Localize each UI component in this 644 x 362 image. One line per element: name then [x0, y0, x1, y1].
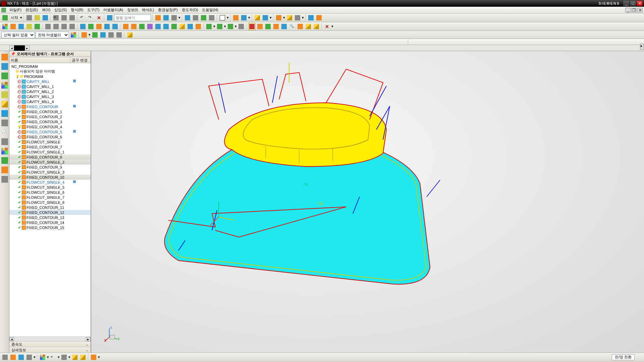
- bb-btn-1[interactable]: [1, 354, 9, 361]
- cam-btn-6[interactable]: [44, 23, 52, 30]
- footer-dependency[interactable]: 종속도⌄: [9, 341, 91, 347]
- tree-operation[interactable]: ⦸FIXED_CONTOUR: [9, 104, 91, 109]
- cam-btn-17[interactable]: [138, 23, 146, 30]
- cam-btn-27[interactable]: [227, 23, 234, 30]
- cam-btn-3[interactable]: [17, 23, 25, 30]
- sel-btn-4[interactable]: [99, 31, 107, 39]
- cam-btn-33[interactable]: [280, 23, 288, 30]
- tree-operation[interactable]: ⦸FIXED_CONTOUR_6: [9, 134, 91, 139]
- tree-operation[interactable]: ✔FLOWCUT_SINGLE_3: [9, 170, 91, 175]
- rail-hd3d-icon[interactable]: [1, 91, 8, 98]
- tb-btn-a1[interactable]: [154, 14, 162, 21]
- tb-btn-d1[interactable]: [275, 14, 282, 21]
- tb-btn-c1[interactable]: [254, 14, 261, 21]
- cam-btn-19[interactable]: [154, 23, 162, 30]
- rail-people-icon[interactable]: [1, 167, 8, 173]
- cam-btn-14[interactable]: [111, 23, 119, 30]
- tabs-scroll-right-button[interactable]: ▸: [25, 46, 30, 50]
- cam-btn-22[interactable]: [178, 23, 186, 30]
- tb-btn-b2[interactable]: [240, 14, 248, 21]
- paste-button[interactable]: [68, 14, 76, 21]
- rail-reuse-icon[interactable]: [1, 82, 8, 89]
- menu-view[interactable]: 뷰(V): [40, 7, 53, 13]
- minimize-button[interactable]: _: [623, 1, 629, 6]
- menu-window[interactable]: 윈도우(O): [180, 7, 200, 13]
- tree-operation[interactable]: ✔FLOWCUT_SINGLE_5: [9, 185, 91, 190]
- tree-unused[interactable]: 📁 사용되지 않은 아이템: [9, 69, 91, 74]
- tb-btn-a5[interactable]: [192, 14, 199, 21]
- sel-btn-3[interactable]: [91, 31, 99, 39]
- new-button[interactable]: [25, 14, 33, 21]
- cam-btn-28[interactable]: [237, 23, 245, 30]
- cam-btn-15[interactable]: [122, 23, 129, 30]
- tree-operation[interactable]: ⦸CAVITY_MILL_1: [9, 84, 91, 89]
- bb-btn-9[interactable]: [79, 354, 87, 361]
- cam-btn-30[interactable]: [256, 23, 264, 30]
- hscroll-left-button[interactable]: ◂: [9, 337, 14, 341]
- tb-btn-b1[interactable]: [232, 14, 239, 21]
- mdi-minimize-button[interactable]: _: [625, 8, 631, 12]
- tb-btn-a2[interactable]: [162, 14, 170, 21]
- open-button[interactable]: [34, 14, 41, 21]
- tb-btn-d3[interactable]: [294, 14, 301, 21]
- cam-btn-13[interactable]: [103, 23, 111, 30]
- tb-btn-c2[interactable]: [262, 14, 269, 21]
- menu-analysis[interactable]: 해석(L): [140, 7, 156, 13]
- cam-btn-26[interactable]: [216, 23, 223, 30]
- tree-root[interactable]: NC_PROGRAM: [9, 64, 91, 69]
- right-thin-handle[interactable]: ▾: [640, 44, 644, 50]
- tb-btn-d2[interactable]: [286, 14, 293, 21]
- delete-button[interactable]: ✕: [95, 14, 103, 21]
- cam-btn-37[interactable]: [313, 23, 320, 30]
- close-button[interactable]: ✕: [637, 1, 643, 6]
- mdi-restore-button[interactable]: ❐: [631, 8, 637, 12]
- rail-trash-icon[interactable]: [1, 176, 8, 183]
- tree-operation[interactable]: ✔FIXED_CONTOUR_15: [9, 225, 91, 230]
- tree-operation[interactable]: ⦸CAVITY_MILL: [9, 79, 91, 84]
- tabs-scroll-left-button[interactable]: ◂: [9, 46, 14, 50]
- cam-btn-35[interactable]: [297, 23, 304, 30]
- render-style-button[interactable]: [219, 14, 226, 21]
- rail-machine-tool-icon[interactable]: [1, 73, 8, 79]
- col-tool-change[interactable]: 공구 변경: [70, 57, 91, 63]
- cancel-button[interactable]: ✕: [323, 23, 331, 30]
- mdi-close-button[interactable]: ✕: [637, 8, 643, 12]
- save-button[interactable]: [42, 14, 49, 21]
- bb-btn-10[interactable]: [90, 354, 97, 361]
- sel-btn-7[interactable]: [126, 31, 133, 39]
- rail-internet-icon[interactable]: 🌐: [1, 110, 8, 117]
- cam-btn-34[interactable]: 🔍: [288, 23, 296, 30]
- cam-btn-20[interactable]: [162, 23, 170, 30]
- tree-operation[interactable]: ✔FIXED_CONTOUR_14: [9, 220, 91, 225]
- tree-operation[interactable]: ✔FLOWCUT_SINGLE_4: [9, 180, 91, 185]
- menu-file[interactable]: 파일(F): [7, 7, 23, 13]
- maximize-button[interactable]: □: [630, 1, 636, 6]
- menu-insert[interactable]: 삽입(S): [52, 7, 69, 13]
- sel-btn-1[interactable]: [70, 31, 77, 39]
- cam-btn-5[interactable]: [34, 23, 41, 30]
- rail-process-icon[interactable]: [1, 157, 8, 164]
- copy-button[interactable]: [60, 14, 68, 21]
- tree-operation[interactable]: ✔FIXED_CONTOUR_12: [9, 210, 91, 215]
- tree-operation[interactable]: ✔FIXED_CONTOUR_11: [9, 205, 91, 210]
- rail-clock-icon[interactable]: 🕒: [1, 129, 8, 136]
- undo-button[interactable]: ↶: [79, 14, 87, 21]
- graphics-viewport[interactable]: ZM YM Z Y X: [91, 51, 644, 353]
- tb-btn-e1[interactable]: [307, 14, 315, 21]
- bb-btn-3[interactable]: [17, 354, 25, 361]
- tree-operation[interactable]: ✔FIXED_CONTOUR_9: [9, 165, 91, 170]
- nx-menu-icon[interactable]: [1, 8, 6, 12]
- menu-help[interactable]: 도움말(H): [200, 7, 220, 13]
- cam-btn-7[interactable]: [52, 23, 60, 30]
- tree-operation[interactable]: ✔FIXED_CONTOUR_8: [9, 154, 91, 160]
- menu-format[interactable]: 형식(R): [69, 7, 85, 13]
- tree-operation[interactable]: ✔FIXED_CONTOUR_10: [9, 175, 91, 180]
- cam-btn-21[interactable]: [170, 23, 178, 30]
- command-search-input[interactable]: [114, 14, 151, 21]
- bb-btn-6[interactable]: +: [50, 354, 57, 361]
- tree-operation[interactable]: ✔FLOWCUT_SINGLE: [9, 139, 91, 144]
- tree-operation[interactable]: ✔FLOWCUT_SINGLE_8: [9, 200, 91, 205]
- cam-btn-18[interactable]: [146, 23, 154, 30]
- pin-icon[interactable]: 📌: [11, 52, 15, 56]
- rail-history-icon[interactable]: [1, 120, 8, 126]
